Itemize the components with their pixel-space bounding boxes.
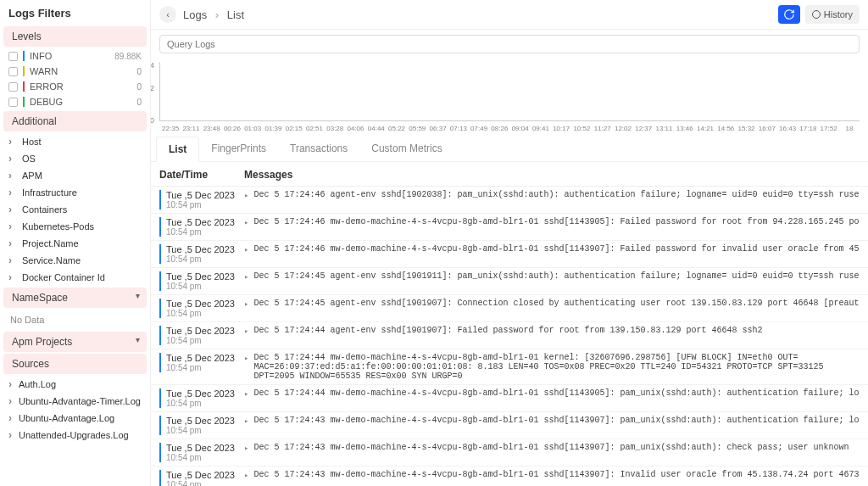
expand-caret-icon[interactable]: ▸ [244, 470, 248, 480]
additional-item[interactable]: Docker Container Id [0, 269, 150, 286]
additional-item[interactable]: Host [0, 133, 150, 150]
breadcrumb: Logs › List [183, 8, 244, 21]
log-row[interactable]: Tue ,5 Dec 202310:54 pm▸Dec 5 17:24:44 m… [151, 349, 868, 385]
tab-transactions[interactable]: Transactions [278, 137, 359, 161]
source-label: Ubuntu-Advantage-Timer.Log [19, 396, 141, 406]
log-row[interactable]: Tue ,5 Dec 202310:54 pm▸Dec 5 17:24:46 m… [151, 214, 868, 241]
level-label: INFO [30, 51, 52, 61]
log-message: Dec 5 17:24:46 mw-demo-machine-4-s-4vcpu… [253, 244, 860, 254]
xtick: 03:28 [325, 125, 345, 132]
log-row[interactable]: Tue ,5 Dec 202310:54 pm▸Dec 5 17:24:44 a… [151, 322, 868, 349]
xtick: 16:43 [777, 125, 798, 132]
additional-label: Service.Name [22, 255, 81, 265]
log-message: Dec 5 17:24:45 agent-env sshd[1901907]: … [253, 299, 860, 308]
additional-label: OS [22, 154, 36, 164]
additional-item[interactable]: Project.Name [0, 235, 150, 252]
expand-caret-icon[interactable]: ▸ [244, 271, 248, 282]
log-row[interactable]: Tue ,5 Dec 202310:54 pm▸Dec 5 17:24:46 m… [151, 241, 868, 268]
tab-custom-metrics[interactable]: Custom Metrics [359, 137, 453, 161]
sidebar: Logs Filters Levels INFO89.88KWARN0ERROR… [0, 0, 151, 486]
xtick: 01:39 [263, 125, 283, 132]
xtick: 09:04 [510, 125, 531, 132]
expand-caret-icon[interactable]: ▸ [244, 388, 248, 399]
expand-caret-icon[interactable]: ▸ [244, 353, 248, 363]
log-datetime: Tue ,5 Dec 202310:54 pm [159, 443, 244, 462]
tab-list[interactable]: List [156, 137, 199, 162]
ytick: 0 [151, 116, 154, 125]
additional-item[interactable]: APM [0, 167, 150, 184]
history-button[interactable]: History [805, 5, 860, 24]
checkbox-icon[interactable] [8, 82, 18, 92]
log-row[interactable]: Tue ,5 Dec 202310:54 pm▸Dec 5 17:24:44 m… [151, 385, 868, 412]
xtick: 06:37 [427, 125, 448, 132]
section-additional[interactable]: Additional [3, 111, 147, 131]
level-label: DEBUG [30, 97, 63, 107]
xtick: 23:48 [202, 125, 222, 132]
log-message-cell: ▸Dec 5 17:24:45 agent-env sshd[1901907]:… [244, 299, 860, 309]
log-message: Dec 5 17:24:43 mw-demo-machine-4-s-4vcpu… [253, 416, 860, 425]
additional-item[interactable]: Kubernetes-Pods [0, 218, 150, 235]
expand-caret-icon[interactable]: ▸ [244, 326, 248, 336]
crumb-logs[interactable]: Logs [183, 8, 207, 21]
log-time: 10:54 pm [166, 227, 244, 237]
logs-chart[interactable]: 4 2 0 22:3523:1123:4800:2601:0301:3902:1… [159, 62, 860, 121]
log-datetime: Tue ,5 Dec 202310:54 pm [159, 299, 244, 318]
log-time: 10:54 pm [166, 426, 244, 435]
log-date: Tue ,5 Dec 2023 [166, 443, 244, 453]
query-input[interactable] [159, 35, 860, 53]
xtick: 09:41 [531, 125, 551, 132]
section-levels[interactable]: Levels [3, 26, 147, 47]
expand-caret-icon[interactable]: ▸ [244, 244, 248, 254]
ytick: 4 [151, 61, 154, 70]
log-row[interactable]: Tue ,5 Dec 202310:54 pm▸Dec 5 17:24:45 a… [151, 268, 868, 295]
expand-caret-icon[interactable]: ▸ [244, 416, 248, 426]
checkbox-icon[interactable] [8, 67, 18, 76]
log-message-cell: ▸Dec 5 17:24:46 mw-demo-machine-4-s-4vcp… [244, 217, 860, 227]
level-debug[interactable]: DEBUG0 [0, 94, 150, 109]
additional-item[interactable]: OS [0, 150, 150, 167]
log-row[interactable]: Tue ,5 Dec 202310:54 pm▸Dec 5 17:24:46 a… [151, 187, 868, 214]
refresh-button[interactable] [778, 5, 800, 24]
log-date: Tue ,5 Dec 2023 [166, 190, 244, 200]
ytick: 2 [151, 84, 154, 92]
source-item[interactable]: Unattended-Upgrades.Log [0, 427, 150, 444]
section-sources[interactable]: Sources [3, 354, 147, 374]
section-apm-projects[interactable]: Apm Projects [3, 332, 147, 352]
source-item[interactable]: Ubuntu-Advantage-Timer.Log [0, 393, 150, 410]
level-count: 0 [136, 82, 142, 92]
xtick: 08:26 [489, 125, 509, 132]
expand-caret-icon[interactable]: ▸ [244, 443, 248, 453]
log-row[interactable]: Tue ,5 Dec 202310:54 pm▸Dec 5 17:24:43 m… [151, 412, 868, 439]
xtick: 15:32 [736, 125, 756, 132]
log-row[interactable]: Tue ,5 Dec 202310:54 pm▸Dec 5 17:24:45 a… [151, 295, 868, 322]
checkbox-icon[interactable] [8, 98, 18, 107]
checkbox-icon[interactable] [8, 52, 18, 61]
xtick: 10:52 [571, 125, 592, 132]
log-message-cell: ▸Dec 5 17:24:46 mw-demo-machine-4-s-4vcp… [244, 244, 860, 254]
level-label: ERROR [30, 81, 64, 92]
expand-caret-icon[interactable]: ▸ [244, 217, 248, 227]
additional-item[interactable]: Infrastructure [0, 184, 150, 201]
expand-caret-icon[interactable]: ▸ [244, 299, 248, 309]
level-count: 89.88K [114, 52, 142, 61]
xtick: 12:02 [613, 125, 633, 132]
log-table-body[interactable]: Tue ,5 Dec 202310:54 pm▸Dec 5 17:24:46 a… [151, 187, 868, 486]
tab-fingerprints[interactable]: FingerPrints [199, 137, 278, 161]
expand-caret-icon[interactable]: ▸ [244, 190, 248, 200]
source-item[interactable]: Ubuntu-Advantage.Log [0, 410, 150, 427]
log-message-cell: ▸Dec 5 17:24:43 mw-demo-machine-4-s-4vcp… [244, 416, 860, 426]
log-date: Tue ,5 Dec 2023 [166, 470, 244, 480]
additional-item[interactable]: Containers [0, 201, 150, 218]
additional-item[interactable]: Service.Name [0, 252, 150, 269]
log-row[interactable]: Tue ,5 Dec 202310:54 pm▸Dec 5 17:24:43 m… [151, 466, 868, 486]
section-namespace[interactable]: NameSpace [3, 288, 147, 308]
level-info[interactable]: INFO89.88K [0, 48, 150, 64]
log-row[interactable]: Tue ,5 Dec 202310:54 pm▸Dec 5 17:24:43 m… [151, 439, 868, 466]
additional-label: Project.Name [22, 238, 79, 249]
log-datetime: Tue ,5 Dec 202310:54 pm [159, 416, 244, 435]
level-error[interactable]: ERROR0 [0, 79, 150, 94]
log-time: 10:54 pm [166, 363, 244, 372]
source-item[interactable]: Auth.Log [0, 376, 150, 393]
level-warn[interactable]: WARN0 [0, 64, 150, 79]
back-button[interactable]: ‹ [159, 6, 176, 23]
